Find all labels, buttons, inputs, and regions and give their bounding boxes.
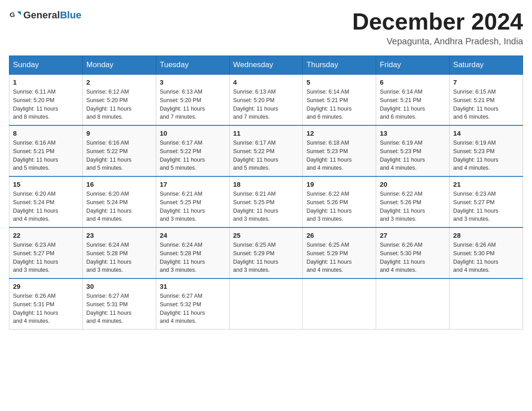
day-number: 2 [86, 78, 152, 86]
calendar-cell: 24 Sunrise: 6:24 AMSunset: 5:28 PMDaylig… [156, 227, 229, 278]
col-sunday: Sunday [9, 56, 83, 75]
day-number: 31 [160, 283, 226, 290]
day-info: Sunrise: 6:20 AMSunset: 5:24 PMDaylight:… [13, 190, 79, 223]
day-number: 9 [86, 129, 152, 137]
day-info: Sunrise: 6:15 AMSunset: 5:21 PMDaylight:… [453, 88, 519, 121]
day-number: 29 [13, 283, 79, 290]
day-info: Sunrise: 6:26 AMSunset: 5:31 PMDaylight:… [13, 292, 79, 325]
calendar-cell: 4 Sunrise: 6:13 AMSunset: 5:20 PMDayligh… [229, 74, 303, 125]
day-info: Sunrise: 6:27 AMSunset: 5:31 PMDaylight:… [86, 292, 152, 325]
day-number: 22 [13, 231, 79, 239]
calendar-table: Sunday Monday Tuesday Wednesday Thursday… [9, 56, 523, 330]
calendar-cell: 30 Sunrise: 6:27 AMSunset: 5:31 PMDaylig… [82, 278, 156, 330]
calendar-cell: 10 Sunrise: 6:17 AMSunset: 5:22 PMDaylig… [156, 125, 229, 176]
calendar-cell: 22 Sunrise: 6:23 AMSunset: 5:27 PMDaylig… [9, 227, 83, 278]
day-info: Sunrise: 6:25 AMSunset: 5:29 PMDaylight:… [306, 241, 372, 274]
calendar-cell: 1 Sunrise: 6:11 AMSunset: 5:20 PMDayligh… [9, 74, 83, 125]
day-info: Sunrise: 6:11 AMSunset: 5:20 PMDaylight:… [13, 88, 79, 121]
day-info: Sunrise: 6:21 AMSunset: 5:25 PMDaylight:… [233, 190, 299, 223]
day-number: 16 [86, 180, 152, 188]
day-info: Sunrise: 6:16 AMSunset: 5:21 PMDaylight:… [13, 139, 79, 172]
day-number: 6 [380, 78, 446, 86]
day-number: 27 [380, 231, 446, 239]
calendar-cell [376, 278, 450, 330]
day-info: Sunrise: 6:24 AMSunset: 5:28 PMDaylight:… [160, 241, 226, 274]
day-info: Sunrise: 6:22 AMSunset: 5:26 PMDaylight:… [380, 190, 446, 223]
calendar-cell: 19 Sunrise: 6:22 AMSunset: 5:26 PMDaylig… [303, 176, 376, 227]
day-number: 7 [453, 78, 519, 86]
logo[interactable]: G GeneralBlue [9, 9, 82, 21]
calendar-cell: 14 Sunrise: 6:19 AMSunset: 5:23 PMDaylig… [450, 125, 523, 176]
calendar-cell: 18 Sunrise: 6:21 AMSunset: 5:25 PMDaylig… [229, 176, 303, 227]
day-number: 13 [380, 129, 446, 137]
calendar-cell: 16 Sunrise: 6:20 AMSunset: 5:24 PMDaylig… [82, 176, 156, 227]
col-tuesday: Tuesday [156, 56, 229, 75]
logo-text-general: General [23, 9, 60, 21]
day-info: Sunrise: 6:18 AMSunset: 5:23 PMDaylight:… [306, 139, 372, 172]
calendar-header-row: Sunday Monday Tuesday Wednesday Thursday… [9, 56, 523, 75]
day-info: Sunrise: 6:25 AMSunset: 5:29 PMDaylight:… [233, 241, 299, 274]
week-row-1: 1 Sunrise: 6:11 AMSunset: 5:20 PMDayligh… [9, 74, 523, 125]
day-info: Sunrise: 6:13 AMSunset: 5:20 PMDaylight:… [160, 88, 226, 121]
day-number: 19 [306, 180, 372, 188]
day-number: 25 [233, 231, 299, 239]
calendar-cell: 27 Sunrise: 6:26 AMSunset: 5:30 PMDaylig… [376, 227, 450, 278]
day-number: 21 [453, 180, 519, 188]
day-info: Sunrise: 6:26 AMSunset: 5:30 PMDaylight:… [453, 241, 519, 274]
day-number: 1 [13, 78, 79, 86]
day-info: Sunrise: 6:17 AMSunset: 5:22 PMDaylight:… [233, 139, 299, 172]
day-number: 5 [306, 78, 372, 86]
calendar-cell: 3 Sunrise: 6:13 AMSunset: 5:20 PMDayligh… [156, 74, 229, 125]
week-row-3: 15 Sunrise: 6:20 AMSunset: 5:24 PMDaylig… [9, 176, 523, 227]
calendar-cell: 7 Sunrise: 6:15 AMSunset: 5:21 PMDayligh… [450, 74, 523, 125]
day-number: 23 [86, 231, 152, 239]
calendar-cell: 9 Sunrise: 6:16 AMSunset: 5:22 PMDayligh… [82, 125, 156, 176]
day-info: Sunrise: 6:17 AMSunset: 5:22 PMDaylight:… [160, 139, 226, 172]
col-friday: Friday [376, 56, 450, 75]
calendar-cell: 12 Sunrise: 6:18 AMSunset: 5:23 PMDaylig… [303, 125, 376, 176]
day-info: Sunrise: 6:24 AMSunset: 5:28 PMDaylight:… [86, 241, 152, 274]
calendar-cell: 15 Sunrise: 6:20 AMSunset: 5:24 PMDaylig… [9, 176, 83, 227]
day-info: Sunrise: 6:27 AMSunset: 5:32 PMDaylight:… [160, 292, 226, 325]
day-number: 12 [306, 129, 372, 137]
day-info: Sunrise: 6:26 AMSunset: 5:30 PMDaylight:… [380, 241, 446, 274]
calendar-cell: 11 Sunrise: 6:17 AMSunset: 5:22 PMDaylig… [229, 125, 303, 176]
title-block: December 2024 Vepagunta, Andhra Pradesh,… [352, 9, 523, 47]
day-number: 15 [13, 180, 79, 188]
calendar-cell: 28 Sunrise: 6:26 AMSunset: 5:30 PMDaylig… [450, 227, 523, 278]
day-info: Sunrise: 6:20 AMSunset: 5:24 PMDaylight:… [86, 190, 152, 223]
logo-icon: G [9, 9, 21, 21]
day-number: 4 [233, 78, 299, 86]
calendar-cell: 21 Sunrise: 6:23 AMSunset: 5:27 PMDaylig… [450, 176, 523, 227]
calendar-cell [303, 278, 376, 330]
day-info: Sunrise: 6:22 AMSunset: 5:26 PMDaylight:… [306, 190, 372, 223]
day-number: 18 [233, 180, 299, 188]
col-monday: Monday [82, 56, 156, 75]
day-number: 28 [453, 231, 519, 239]
calendar-cell: 5 Sunrise: 6:14 AMSunset: 5:21 PMDayligh… [303, 74, 376, 125]
day-info: Sunrise: 6:14 AMSunset: 5:21 PMDaylight:… [306, 88, 372, 121]
day-info: Sunrise: 6:13 AMSunset: 5:20 PMDaylight:… [233, 88, 299, 121]
day-info: Sunrise: 6:19 AMSunset: 5:23 PMDaylight:… [453, 139, 519, 172]
page-header: G GeneralBlue December 2024 Vepagunta, A… [9, 9, 523, 47]
calendar-cell: 26 Sunrise: 6:25 AMSunset: 5:29 PMDaylig… [303, 227, 376, 278]
day-number: 3 [160, 78, 226, 86]
calendar-cell: 2 Sunrise: 6:12 AMSunset: 5:20 PMDayligh… [82, 74, 156, 125]
month-title: December 2024 [352, 9, 523, 34]
day-number: 11 [233, 129, 299, 137]
day-number: 10 [160, 129, 226, 137]
day-number: 26 [306, 231, 372, 239]
svg-marker-1 [17, 12, 21, 15]
day-number: 17 [160, 180, 226, 188]
calendar-cell: 31 Sunrise: 6:27 AMSunset: 5:32 PMDaylig… [156, 278, 229, 330]
calendar-cell [229, 278, 303, 330]
location-title: Vepagunta, Andhra Pradesh, India [352, 36, 523, 47]
day-info: Sunrise: 6:23 AMSunset: 5:27 PMDaylight:… [13, 241, 79, 274]
calendar-cell: 8 Sunrise: 6:16 AMSunset: 5:21 PMDayligh… [9, 125, 83, 176]
calendar-cell: 25 Sunrise: 6:25 AMSunset: 5:29 PMDaylig… [229, 227, 303, 278]
col-wednesday: Wednesday [229, 56, 303, 75]
day-number: 8 [13, 129, 79, 137]
calendar-cell: 17 Sunrise: 6:21 AMSunset: 5:25 PMDaylig… [156, 176, 229, 227]
day-info: Sunrise: 6:16 AMSunset: 5:22 PMDaylight:… [86, 139, 152, 172]
day-number: 24 [160, 231, 226, 239]
